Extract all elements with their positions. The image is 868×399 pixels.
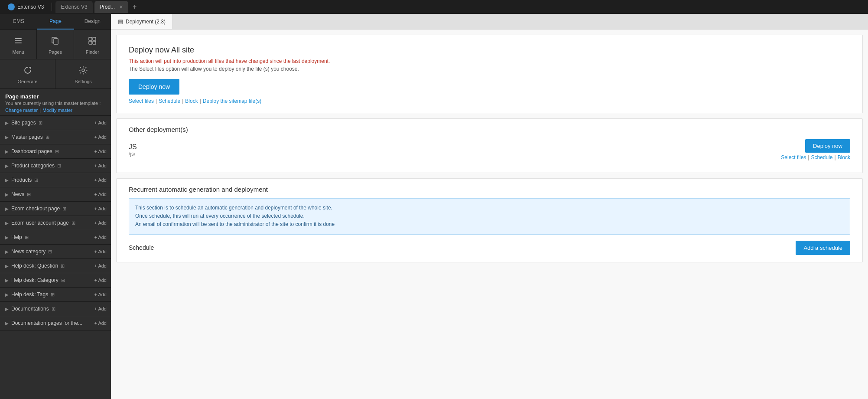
svg-point-9 bbox=[82, 69, 85, 72]
nav-item-left: ▶ Ecom user account page ⊞ bbox=[5, 220, 75, 226]
tab-prod[interactable]: Prod... ✕ bbox=[94, 1, 128, 13]
nav-add-button[interactable]: + Add bbox=[94, 149, 107, 154]
nav-grid-icon: ⊞ bbox=[51, 292, 55, 298]
nav-item[interactable]: ▶ Product categories ⊞ + Add bbox=[0, 159, 111, 173]
nav-grid-icon: ⊞ bbox=[52, 306, 55, 312]
nav-item[interactable]: ▶ Help desk: Question ⊞ + Add bbox=[0, 259, 111, 273]
nav-item[interactable]: ▶ News category ⊞ + Add bbox=[0, 245, 111, 259]
deploy-sitemap-link[interactable]: Deploy the sitemap file(s) bbox=[203, 98, 261, 104]
nav-grid-icon: ⊞ bbox=[72, 220, 75, 226]
nav-item[interactable]: ▶ Site pages ⊞ + Add bbox=[0, 116, 111, 130]
page-master-links: Change master | Modify master bbox=[5, 108, 106, 113]
nav-add-button[interactable]: + Add bbox=[94, 177, 107, 183]
js-deploy-name: JS bbox=[129, 143, 137, 151]
nav-chevron-icon: ▶ bbox=[5, 235, 9, 240]
svg-rect-5 bbox=[89, 37, 92, 40]
menu-button[interactable]: Menu bbox=[0, 30, 37, 59]
nav-add-button[interactable]: + Add bbox=[94, 278, 107, 283]
nav-add-button[interactable]: + Add bbox=[94, 235, 107, 240]
nav-item[interactable]: ▶ Dashboard pages ⊞ + Add bbox=[0, 144, 111, 159]
add-schedule-button[interactable]: Add a schedule bbox=[796, 241, 850, 255]
svg-rect-7 bbox=[89, 41, 92, 44]
modify-master-link[interactable]: Modify master bbox=[42, 108, 72, 113]
tab-prod-close[interactable]: ✕ bbox=[119, 4, 123, 10]
settings-label: Settings bbox=[75, 79, 92, 84]
nav-item-left: ▶ Help desk: Question ⊞ bbox=[5, 263, 65, 269]
deployment-tab-icon: ▤ bbox=[118, 18, 123, 25]
nav-add-button[interactable]: + Add bbox=[94, 306, 107, 311]
recurrent-info-line3: An email of confirmation will be sent to… bbox=[135, 220, 844, 229]
finder-button[interactable]: Finder bbox=[74, 30, 111, 59]
nav-item[interactable]: ▶ Help ⊞ + Add bbox=[0, 230, 111, 245]
nav-item[interactable]: ▶ Documentations ⊞ + Add bbox=[0, 302, 111, 316]
page-master-section: Page master You are currently using this… bbox=[0, 89, 111, 116]
nav-chevron-icon: ▶ bbox=[5, 278, 9, 283]
deployment-tab[interactable]: ▤ Deployment (2.3) bbox=[111, 14, 173, 29]
finder-label: Finder bbox=[86, 49, 99, 55]
nav-chevron-icon: ▶ bbox=[5, 307, 9, 311]
nav-item[interactable]: ▶ Help desk: Category ⊞ + Add bbox=[0, 273, 111, 288]
nav-item-label: Documentations bbox=[11, 306, 49, 312]
main-layout: CMS Page Design Menu bbox=[0, 14, 868, 399]
js-deploy-now-button[interactable]: Deploy now bbox=[805, 139, 850, 153]
schedule-link[interactable]: Schedule bbox=[159, 98, 180, 104]
generate-button[interactable]: Generate bbox=[0, 59, 55, 88]
nav-add-button[interactable]: + Add bbox=[94, 206, 107, 211]
nav-add-button[interactable]: + Add bbox=[94, 292, 107, 297]
tab-add-button[interactable]: + bbox=[130, 3, 139, 11]
nav-item-left: ▶ Dashboard pages ⊞ bbox=[5, 148, 59, 154]
nav-add-button[interactable]: + Add bbox=[94, 220, 107, 226]
deployment-tab-label: Deployment (2.3) bbox=[126, 19, 166, 25]
nav-item-left: ▶ Help ⊞ bbox=[5, 234, 29, 240]
nav-item[interactable]: ▶ Ecom checkout page ⊞ + Add bbox=[0, 202, 111, 216]
tab-page[interactable]: Page bbox=[37, 14, 74, 29]
nav-item[interactable]: ▶ Products ⊞ + Add bbox=[0, 173, 111, 187]
settings-button[interactable]: Settings bbox=[55, 59, 111, 88]
other-deployments-title: Other deployment(s) bbox=[129, 126, 850, 133]
nav-item-right: + Add bbox=[94, 220, 107, 226]
nav-add-button[interactable]: + Add bbox=[94, 120, 107, 125]
content-tabs: ▤ Deployment (2.3) bbox=[111, 14, 868, 29]
menu-label: Menu bbox=[12, 49, 24, 55]
nav-add-button[interactable]: + Add bbox=[94, 163, 107, 168]
js-block-link[interactable]: Block bbox=[838, 154, 850, 160]
tab-design[interactable]: Design bbox=[74, 14, 111, 29]
nav-grid-icon: ⊞ bbox=[39, 120, 42, 126]
svg-rect-8 bbox=[93, 41, 96, 44]
nav-add-button[interactable]: + Add bbox=[94, 134, 107, 140]
nav-grid-icon: ⊞ bbox=[61, 278, 65, 283]
nav-item[interactable]: ▶ News ⊞ + Add bbox=[0, 187, 111, 202]
nav-item[interactable]: ▶ Documentation pages for the... + Add bbox=[0, 316, 111, 330]
nav-chevron-icon: ▶ bbox=[5, 249, 9, 254]
other-deployments-section: Other deployment(s) JS /js/ Deploy now S… bbox=[116, 118, 863, 173]
sidebar: CMS Page Design Menu bbox=[0, 14, 111, 399]
nav-grid-icon: ⊞ bbox=[61, 263, 65, 269]
nav-item-right: + Add bbox=[94, 306, 107, 311]
nav-item-right: + Add bbox=[94, 149, 107, 154]
deploy-info-text1: This action will put into production all… bbox=[129, 58, 850, 64]
tab-extenso[interactable]: Extenso V3 bbox=[55, 1, 92, 13]
nav-item-label: Documentation pages for the... bbox=[11, 320, 82, 326]
nav-item[interactable]: ▶ Master pages ⊞ + Add bbox=[0, 130, 111, 144]
deploy-now-button[interactable]: Deploy now bbox=[129, 79, 179, 95]
sep1: | bbox=[156, 98, 157, 104]
sep2: | bbox=[182, 98, 183, 104]
nav-add-button[interactable]: + Add bbox=[94, 263, 107, 268]
sidebar-tabs: CMS Page Design bbox=[0, 14, 111, 30]
nav-item[interactable]: ▶ Ecom user account page ⊞ + Add bbox=[0, 216, 111, 230]
change-master-link[interactable]: Change master bbox=[5, 108, 38, 113]
pages-button[interactable]: Pages bbox=[37, 30, 74, 59]
nav-item-right: + Add bbox=[94, 249, 107, 254]
tab-cms[interactable]: CMS bbox=[0, 14, 37, 29]
select-files-link[interactable]: Select files bbox=[129, 98, 154, 104]
js-select-files-link[interactable]: Select files bbox=[781, 154, 806, 160]
js-schedule-link[interactable]: Schedule bbox=[811, 154, 832, 160]
nav-add-button[interactable]: + Add bbox=[94, 249, 107, 254]
link-separator: | bbox=[39, 108, 41, 113]
nav-item[interactable]: ▶ Help desk: Tags ⊞ + Add bbox=[0, 288, 111, 302]
nav-add-button[interactable]: + Add bbox=[94, 321, 107, 326]
block-link[interactable]: Block bbox=[185, 98, 198, 104]
nav-item-label: Help desk: Question bbox=[11, 263, 58, 269]
menu-icon bbox=[13, 36, 23, 48]
nav-add-button[interactable]: + Add bbox=[94, 192, 107, 197]
